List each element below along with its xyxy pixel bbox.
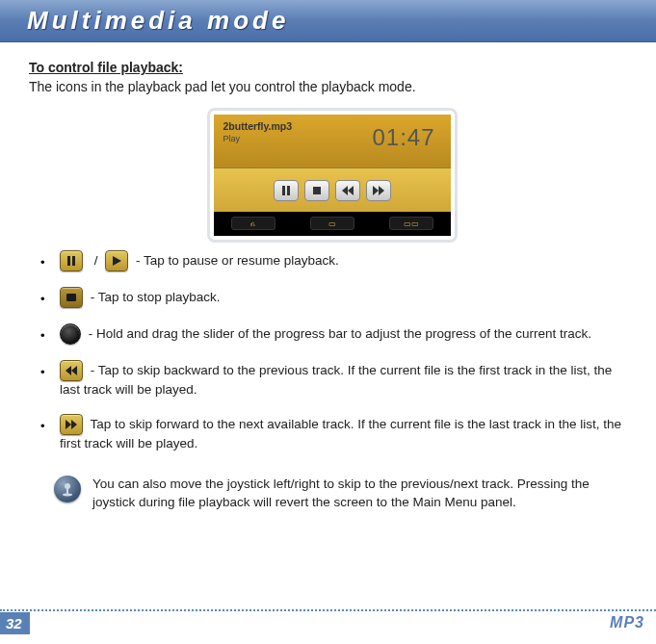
slider-knob-icon [60,323,81,345]
svg-marker-6 [379,186,384,195]
player-screenshot: 2butterfly.mp3 Play 01:47 ⎌ ▭ ▭▭ [207,108,458,243]
pause-icon [274,180,299,201]
page-number-badge: 32 [0,612,30,634]
svg-marker-5 [373,186,379,195]
tip-block: You can also move the joystick left/righ… [29,468,635,510]
elapsed-time: 01:47 [372,126,434,149]
pause-icon [60,250,83,271]
stop-icon [304,180,329,201]
forward-icon [60,414,83,435]
controls-list: / - Tap to pause or resume playback. - T… [29,250,635,452]
list-item-pause-play: / - Tap to pause or resume playback. [54,250,635,271]
item-text: - Tap to pause or resume playback. [136,253,339,268]
rewind-icon [60,360,83,381]
rewind-icon [335,180,360,201]
svg-rect-15 [66,488,68,494]
softkey-mid: ▭ [310,217,354,230]
section-subhead: To control file playback: [29,60,635,75]
svg-rect-7 [67,256,70,266]
svg-marker-12 [66,420,71,429]
softkey-right: ▭▭ [389,217,433,230]
list-item-prev: - Tap to skip backward to the previous t… [54,360,635,399]
svg-marker-10 [66,366,71,375]
content-area: To control file playback: The icons in t… [0,42,656,511]
svg-rect-1 [287,186,290,195]
section-intro: The icons in the playback pad let you co… [29,79,635,94]
page-title: Multimedia mode [27,6,639,36]
separator: / [94,253,98,268]
item-text: - Tap to skip backward to the previous t… [60,363,612,397]
svg-rect-2 [313,187,321,194]
svg-marker-13 [71,420,77,429]
svg-rect-0 [282,186,285,195]
play-icon [105,250,128,271]
page-footer: 32 MP3 [0,609,656,634]
joystick-tip-icon [54,476,81,502]
forward-icon [366,180,391,201]
list-item-next: Tap to skip forward to the next availabl… [54,414,635,452]
tip-text: You can also move the joystick left/righ… [92,476,629,510]
svg-marker-9 [113,256,121,266]
item-text: Tap to skip forward to the next availabl… [60,417,621,451]
svg-rect-8 [72,256,75,266]
svg-marker-4 [348,186,354,195]
svg-marker-11 [71,366,77,375]
footer-section-label: MP3 [610,614,644,631]
list-item-slider: - Hold and drag the slider of the progre… [54,323,635,345]
list-item-stop: - Tap to stop playback. [54,287,635,308]
softkey-left: ⎌ [231,217,276,230]
title-bar: Multimedia mode [0,0,656,42]
svg-point-16 [63,494,72,497]
item-text: - Hold and drag the slider of the progre… [89,326,591,341]
item-text: - Tap to stop playback. [91,290,221,304]
svg-marker-3 [342,186,348,195]
stop-icon [60,287,83,308]
